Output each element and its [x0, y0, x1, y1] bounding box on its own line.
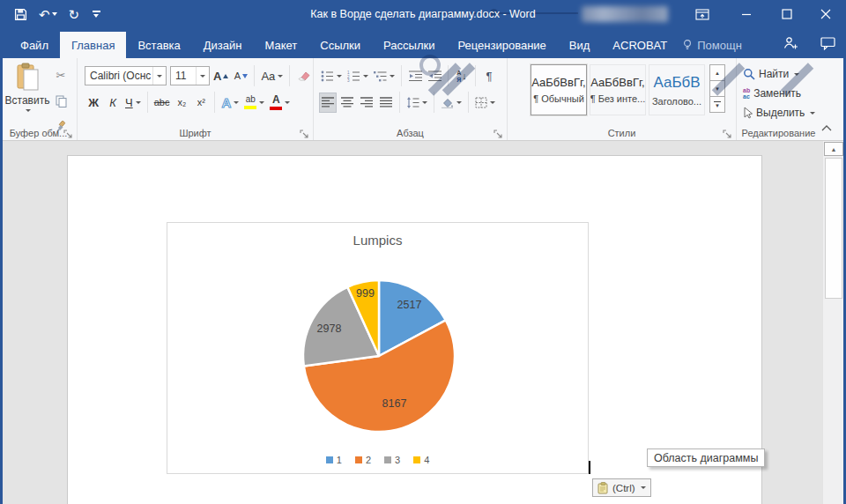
legend-item-1[interactable]: 1 — [326, 455, 342, 465]
bold-button[interactable]: Ж — [85, 93, 102, 113]
change-case-button[interactable]: Aa — [259, 66, 285, 86]
chart-object[interactable]: Lumpics 251781672978999 1234 — [167, 222, 589, 474]
font-size-dropdown-icon[interactable] — [196, 67, 209, 85]
ribbon-display-options-button[interactable] — [687, 0, 717, 28]
tab-файл[interactable]: Файл — [9, 32, 60, 58]
strikethrough-button[interactable]: abc — [152, 93, 172, 113]
lightbulb-icon — [682, 39, 693, 51]
shrink-font-button[interactable]: A — [232, 66, 249, 86]
tab-рассылки[interactable]: Рассылки — [372, 32, 446, 58]
scrollbar-up-icon[interactable]: ▲ — [824, 142, 843, 156]
customize-qat-button[interactable] — [91, 11, 101, 18]
text-effects-button[interactable]: А — [219, 93, 241, 113]
numbering-button[interactable]: 123 — [345, 66, 370, 86]
align-center-button[interactable] — [338, 93, 356, 113]
multilevel-list-icon — [374, 70, 387, 82]
comments-icon[interactable] — [820, 37, 835, 54]
subscript-button[interactable]: x₂ — [173, 93, 190, 113]
borders-button[interactable] — [473, 93, 497, 113]
clear-formatting-button[interactable] — [294, 66, 312, 86]
paragraph-dialog-launcher-icon[interactable] — [494, 127, 503, 137]
tab-ссылки[interactable]: Ссылки — [308, 32, 372, 58]
cut-icon[interactable]: ✂ — [52, 65, 70, 85]
font-size-value: 11 — [175, 70, 196, 82]
select-button[interactable]: Выделить — [743, 104, 815, 122]
tab-вид[interactable]: Вид — [558, 32, 602, 58]
legend-label: 3 — [395, 455, 400, 465]
font-size-combo[interactable]: 11 — [170, 66, 210, 85]
font-color-button[interactable]: А — [268, 93, 292, 113]
pie-chart[interactable]: 251781672978999 — [167, 223, 590, 475]
font-name-combo[interactable]: Calibri (Оснс — [85, 66, 167, 85]
styles-dialog-launcher-icon[interactable] — [723, 127, 732, 137]
tab-list: ФайлГлавнаяВставкаДизайнМакетСсылкиРассы… — [9, 32, 679, 58]
minimize-button[interactable] — [731, 0, 761, 28]
maximize-button[interactable] — [772, 0, 802, 28]
title-bar: ↶ ↻ Как в Ворде сделать диаграмму.docx -… — [0, 0, 846, 28]
bullets-button[interactable] — [319, 66, 344, 86]
line-spacing-button[interactable] — [404, 93, 429, 113]
style-card-0[interactable]: АаБбВвГг,¶ Обычный — [531, 64, 587, 115]
legend-item-4[interactable]: 4 — [413, 455, 429, 465]
tab-рецензирование[interactable]: Рецензирование — [446, 32, 557, 58]
collapse-ribbon-icon[interactable] — [821, 119, 832, 135]
save-icon[interactable] — [14, 8, 27, 21]
style-preview: АаБбВвГг, — [590, 76, 644, 89]
align-right-button[interactable] — [358, 93, 375, 113]
tab-макет[interactable]: Макет — [253, 32, 308, 58]
ribbon-tab-row: ФайлГлавнаяВставкаДизайнМакетСсылкиРассы… — [0, 28, 846, 58]
decrease-indent-icon — [409, 70, 422, 81]
styles-scroll-down-button[interactable]: ▼ — [709, 80, 725, 97]
styles-scroll-up-button[interactable]: ▲ — [709, 64, 725, 81]
chart-legend[interactable]: 1234 — [167, 455, 588, 465]
undo-dropdown-icon[interactable] — [52, 12, 57, 16]
find-button[interactable]: Найти — [743, 65, 799, 83]
user-account-blurred — [582, 6, 668, 22]
superscript-button[interactable]: x² — [192, 93, 210, 113]
close-button[interactable] — [811, 0, 841, 28]
highlight-color-button[interactable]: ab — [242, 93, 266, 113]
vertical-scrollbar[interactable]: ▲ — [822, 141, 843, 504]
increase-indent-button[interactable] — [426, 66, 443, 86]
paste-button[interactable]: Вставить — [6, 63, 48, 133]
show-marks-button[interactable]: ¶ — [480, 66, 498, 86]
italic-button[interactable]: К — [104, 93, 122, 113]
copy-icon[interactable] — [52, 91, 70, 111]
tab-дизайн[interactable]: Дизайн — [192, 32, 254, 58]
align-left-button[interactable] — [319, 93, 337, 113]
tab-вставка[interactable]: Вставка — [126, 32, 191, 58]
paste-options-label: (Ctrl) — [612, 483, 635, 493]
tab-tell-me[interactable]: Помощн — [682, 32, 742, 58]
styles-more-button[interactable]: ▼ — [709, 96, 725, 113]
scrollbar-thumb[interactable] — [825, 158, 842, 299]
data-label-3: 2978 — [317, 322, 342, 335]
style-label: ¶ Обычный — [533, 93, 584, 104]
redo-button[interactable]: ↻ — [69, 8, 80, 21]
underline-button[interactable]: Ч — [123, 93, 143, 113]
grow-font-button[interactable]: A — [212, 66, 230, 86]
clipboard-dialog-launcher-icon[interactable] — [63, 127, 73, 137]
paste-options-dropdown-icon[interactable] — [641, 486, 646, 489]
font-dialog-launcher-icon[interactable] — [300, 127, 309, 137]
replace-button[interactable]: abac Заменить — [743, 85, 801, 102]
shading-button[interactable] — [439, 93, 464, 113]
align-right-icon — [360, 97, 373, 107]
tab-главная[interactable]: Главная — [60, 32, 126, 58]
line-spacing-icon — [406, 97, 419, 108]
style-card-2[interactable]: АаБбВЗаголово... — [649, 64, 705, 115]
sort-button[interactable]: АЯ ↓ — [453, 66, 471, 86]
find-label: Найти — [759, 68, 789, 80]
font-name-dropdown-icon[interactable] — [152, 67, 166, 85]
legend-item-2[interactable]: 2 — [355, 455, 371, 465]
paste-options-button[interactable]: (Ctrl) — [592, 478, 651, 497]
decrease-indent-button[interactable] — [406, 66, 424, 86]
tab-acrobat[interactable]: ACROBAT — [601, 32, 679, 58]
paste-dropdown-icon[interactable] — [26, 109, 31, 112]
justify-button[interactable] — [377, 93, 395, 113]
style-card-1[interactable]: АаБбВвГг,¶ Без инте... — [590, 64, 646, 115]
multilevel-list-button[interactable] — [372, 66, 397, 86]
legend-item-3[interactable]: 3 — [384, 455, 400, 465]
share-icon[interactable] — [783, 36, 798, 54]
undo-button[interactable]: ↶ — [39, 8, 57, 21]
highlight-color-bar — [244, 106, 256, 109]
